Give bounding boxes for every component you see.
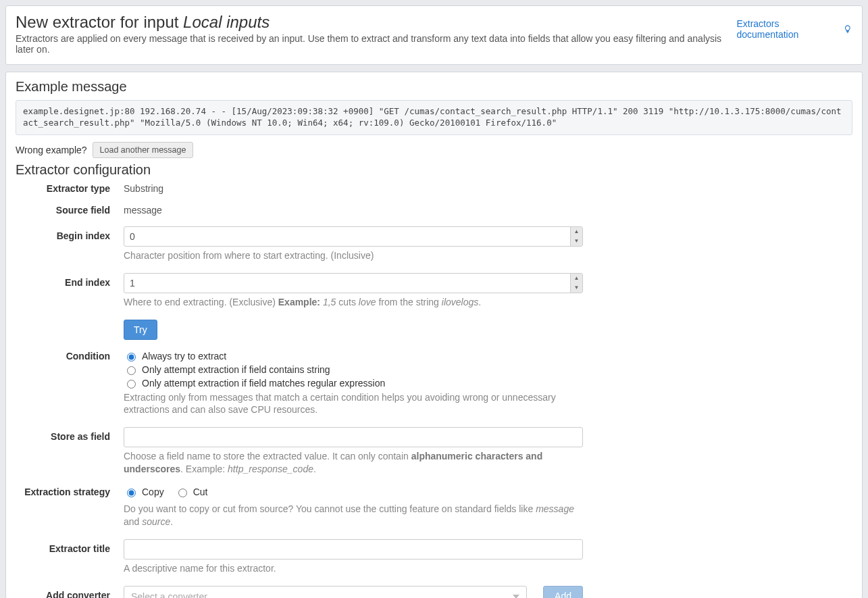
condition-regex-row[interactable]: Only attempt extraction if field matches… — [124, 378, 583, 389]
condition-label: Condition — [16, 351, 124, 417]
page-subtitle: Extractors are applied on every message … — [16, 33, 736, 55]
extractor-title-help: A descriptive name for this extractor. — [124, 562, 583, 575]
chevron-down-icon[interactable]: ▼ — [571, 236, 582, 246]
end-index-help: Where to end extracting. (Exclusive) Exa… — [124, 296, 583, 309]
end-index-input[interactable] — [124, 273, 583, 293]
main-panel: Example message example.designet.jp:80 1… — [5, 72, 863, 598]
extractor-title-label: Extractor title — [16, 539, 124, 575]
try-button[interactable]: Try — [124, 320, 157, 340]
strategy-label: Extraction strategy — [16, 487, 124, 528]
doc-link-label: Extractors documentation — [736, 18, 840, 40]
strategy-copy-label: Copy — [142, 487, 164, 497]
converter-select-placeholder: Select a converter — [131, 591, 207, 598]
condition-help: Extracting only from messages that match… — [124, 391, 583, 417]
store-as-help: Choose a field name to store the extract… — [124, 450, 583, 476]
store-as-label: Store as field — [16, 427, 124, 476]
lightbulb-icon — [843, 24, 852, 34]
extractor-title-input[interactable] — [124, 539, 583, 559]
wrong-example-label: Wrong example? — [16, 145, 87, 155]
strategy-copy-row[interactable]: Copy — [124, 487, 164, 497]
store-as-input[interactable] — [124, 427, 583, 447]
source-field-label: Source field — [16, 205, 124, 216]
page-title: New extractor for input Local inputs — [16, 13, 736, 32]
condition-contains-label: Only attempt extraction if field contain… — [142, 364, 330, 375]
chevron-up-icon[interactable]: ▲ — [571, 227, 582, 236]
strategy-help: Do you want to copy or cut from source? … — [124, 503, 583, 528]
title-prefix: New extractor for input — [16, 13, 183, 31]
strategy-cut-radio[interactable] — [178, 489, 187, 497]
condition-regex-label: Only attempt extraction if field matches… — [142, 378, 385, 389]
strategy-cut-label: Cut — [193, 487, 208, 497]
example-heading: Example message — [16, 79, 852, 95]
strategy-copy-radio[interactable] — [127, 489, 136, 497]
condition-always-radio[interactable] — [127, 353, 136, 362]
source-field-value: message — [124, 205, 583, 216]
condition-regex-radio[interactable] — [127, 380, 136, 389]
header-panel: New extractor for input Local inputs Ext… — [5, 5, 863, 65]
config-heading: Extractor configuration — [16, 162, 852, 178]
example-message-box: example.designet.jp:80 192.168.20.74 - -… — [16, 100, 852, 135]
condition-always-label: Always try to extract — [142, 351, 226, 362]
strategy-cut-row[interactable]: Cut — [175, 487, 208, 497]
condition-always-row[interactable]: Always try to extract — [124, 351, 583, 362]
add-converter-button[interactable]: Add — [543, 586, 583, 598]
extractor-type-label: Extractor type — [16, 183, 124, 194]
condition-contains-radio[interactable] — [127, 366, 136, 375]
load-another-message-button[interactable]: Load another message — [93, 142, 194, 158]
title-input-name: Local inputs — [183, 13, 270, 31]
begin-index-help: Character position from where to start e… — [124, 249, 583, 262]
add-converter-label: Add converter — [16, 586, 124, 598]
chevron-up-icon[interactable]: ▲ — [571, 274, 582, 283]
begin-index-input[interactable] — [124, 226, 583, 247]
converter-select[interactable]: Select a converter — [124, 586, 527, 598]
begin-index-spinner[interactable]: ▲ ▼ — [570, 227, 582, 246]
begin-index-label: Begin index — [16, 226, 124, 262]
end-index-spinner[interactable]: ▲ ▼ — [570, 274, 582, 293]
extractors-documentation-link[interactable]: Extractors documentation — [736, 18, 852, 40]
caret-down-icon — [513, 595, 519, 598]
extractor-type-value: Substring — [124, 183, 583, 194]
condition-contains-row[interactable]: Only attempt extraction if field contain… — [124, 364, 583, 375]
chevron-down-icon[interactable]: ▼ — [571, 283, 582, 293]
end-index-label: End index — [16, 273, 124, 309]
